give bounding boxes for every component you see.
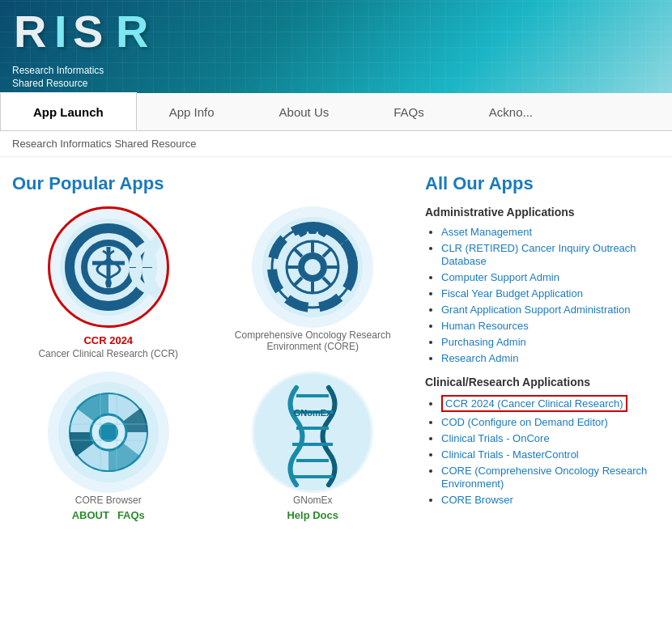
clinical-apps-category: Clinical/Research Applications [425,376,660,389]
core-browser-links: ABOUT FAQs [72,509,145,521]
svg-point-34 [254,374,371,490]
popular-apps-section: Our Popular Apps [12,173,409,521]
ccr2024-link[interactable]: CCR 2024 (Cancer Clinical Research) [441,395,627,412]
app-core[interactable]: Comprehensive Oncology Research Environm… [217,206,410,359]
all-apps-title: All Our Apps [425,173,660,194]
list-item: CORE Browser [441,493,660,506]
logo-area: R I S R Research Informatics Shared Reso… [12,2,174,90]
clr-link[interactable]: CLR (RETIRED) Cancer Inquiry Outreach Da… [441,242,636,267]
ccr-sublabel: Cancer Clinical Research (CCR) [38,348,178,359]
core-icon-wrap[interactable] [252,206,373,328]
list-item: Clinical Trials - OnCore [441,431,660,444]
ccr-label: CCR 2024 [83,334,133,346]
core-browser-name: CORE Browser [75,495,142,506]
research-admin-link[interactable]: Research Admin [441,352,518,364]
apps-grid: CCR 2024 Cancer Clinical Research (CCR) [12,206,409,521]
app-ccr[interactable]: CCR 2024 Cancer Clinical Research (CCR) [12,206,205,359]
svg-point-29 [99,423,118,442]
tab-app-info[interactable]: App Info [137,93,247,130]
admin-apps-list: Asset Management CLR (RETIRED) Cancer In… [425,225,660,364]
core-browser-all-link[interactable]: CORE Browser [441,494,513,506]
ccr-icon-wrap[interactable] [48,206,169,328]
clinical-trials-oncore-link[interactable]: Clinical Trials - OnCore [441,432,550,444]
core-link[interactable]: CORE (Comprehensive Oncology Research En… [441,465,647,490]
computer-support-link[interactable]: Computer Support Admin [441,271,559,283]
svg-text:R: R [14,6,48,55]
tab-ackno[interactable]: Ackno... [457,93,565,130]
gnomex-links: Help Docs [287,509,338,521]
list-item: CORE (Comprehensive Oncology Research En… [441,464,660,490]
list-item: Computer Support Admin [441,270,660,283]
clinical-apps-list: CCR 2024 (Cancer Clinical Research) COD … [425,395,660,506]
svg-text:R: R [116,6,150,55]
list-item: CLR (RETIRED) Cancer Inquiry Outreach Da… [441,241,660,267]
all-apps-section: All Our Apps Administrative Applications… [425,173,660,521]
list-item: Purchasing Admin [441,335,660,348]
svg-text:I: I [54,6,69,55]
purchasing-admin-link[interactable]: Purchasing Admin [441,336,526,348]
grant-app-link[interactable]: Grant Application Support Administration [441,304,630,316]
header-banner: R I S R Research Informatics Shared Reso… [0,0,672,93]
tab-app-launch[interactable]: App Launch [0,92,137,130]
core-sublabel: Comprehensive Oncology Research Environm… [217,329,410,352]
gnomex-helpdocs-link[interactable]: Help Docs [287,509,338,521]
asset-management-link[interactable]: Asset Management [441,226,532,238]
logo-risr: R I S R [12,2,174,62]
gnomex-name: GNomEx [293,495,333,506]
logo-subtitle: Research Informatics Shared Resource [12,65,174,90]
main-content: Our Popular Apps [0,157,672,537]
popular-apps-title: Our Popular Apps [12,173,409,194]
cod-link[interactable]: COD (Configure on Demand Editor) [441,416,608,428]
list-item: Research Admin [441,351,660,364]
svg-point-17 [304,259,321,275]
list-item: Asset Management [441,225,660,238]
nav-bar: App Launch App Info About Us FAQs Ackno.… [0,93,672,131]
fiscal-year-link[interactable]: Fiscal Year Budget Application [441,287,583,299]
app-core-browser[interactable]: CORE Browser ABOUT FAQs [12,372,205,521]
list-item: Fiscal Year Budget Application [441,287,660,299]
app-gnomex[interactable]: GNomEx GNomEx Help Docs [217,372,410,521]
admin-apps-category: Administrative Applications [425,206,660,219]
list-item: Clinical Trials - MasterControl [441,448,660,461]
breadcrumb: Research Informatics Shared Resource [0,131,672,157]
tab-about-us[interactable]: About Us [247,93,362,130]
svg-text:S: S [73,6,104,55]
human-resources-link[interactable]: Human Resources [441,320,529,332]
list-item: Grant Application Support Administration [441,303,660,316]
svg-text:GNomEx: GNomEx [294,408,332,418]
gnomex-icon-wrap[interactable]: GNomEx [252,372,373,493]
tab-faqs[interactable]: FAQs [361,93,457,130]
core-browser-about-link[interactable]: ABOUT [72,509,109,521]
core-browser-icon-wrap[interactable] [48,372,169,493]
clinical-trials-mastercontrol-link[interactable]: Clinical Trials - MasterControl [441,448,579,461]
list-item: Human Resources [441,319,660,332]
core-browser-faqs-link[interactable]: FAQs [117,509,145,521]
list-item: CCR 2024 (Cancer Clinical Research) [441,395,660,412]
list-item: COD (Configure on Demand Editor) [441,415,660,428]
